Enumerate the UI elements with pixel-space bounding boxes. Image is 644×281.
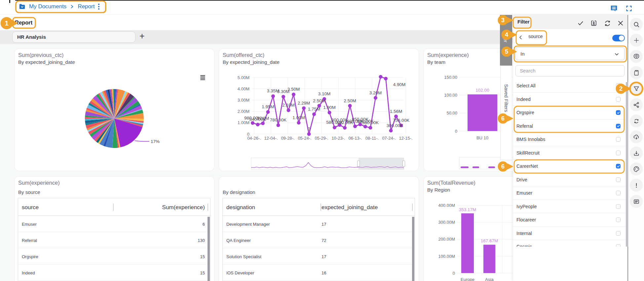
svg-text:4.00M: 4.00M <box>238 86 249 91</box>
svg-text:07-24-.: 07-24-. <box>382 136 396 141</box>
svg-text:2.50M: 2.50M <box>344 98 356 103</box>
svg-text:2.29M: 2.29M <box>298 101 310 106</box>
svg-text:Asia: Asia <box>485 277 494 281</box>
svg-text:12-15-.: 12-15-. <box>399 136 412 141</box>
svg-text:12-04-.: 12-04-. <box>264 136 278 141</box>
svg-text:2.00M: 2.00M <box>238 109 249 114</box>
svg-text:09-28-.: 09-28-. <box>281 136 294 141</box>
svg-text:Europe: Europe <box>461 277 474 281</box>
svg-text:1.00M: 1.00M <box>238 120 249 125</box>
svg-text:0: 0 <box>308 126 310 131</box>
svg-text:102.00: 102.00 <box>475 88 489 93</box>
svg-text:05-29-.: 05-29-. <box>315 136 328 141</box>
svg-text:1.00M: 1.00M <box>292 115 305 120</box>
svg-text:06-13-.: 06-13-. <box>348 136 362 141</box>
svg-text:2.10M: 2.10M <box>282 103 295 108</box>
svg-text:1.75M: 1.75M <box>308 107 321 112</box>
svg-text:05-24-.: 05-24-. <box>298 136 311 141</box>
svg-text:17%: 17% <box>151 139 160 144</box>
svg-text:5.00M: 5.00M <box>238 75 249 80</box>
svg-text:100.00: 100.00 <box>444 93 457 98</box>
svg-text:780.00K: 780.00K <box>270 117 286 122</box>
svg-text:200.00M: 200.00M <box>438 237 455 242</box>
svg-text:4.90M: 4.90M <box>393 82 406 87</box>
svg-text:100.00M: 100.00M <box>438 254 455 259</box>
svg-text:150.00: 150.00 <box>444 75 457 80</box>
svg-text:08-11-.: 08-11-. <box>365 136 379 141</box>
svg-text:3.10M: 3.10M <box>318 91 331 96</box>
svg-text:353.17M: 353.17M <box>459 207 476 212</box>
svg-text:560.00K: 560.00K <box>362 120 379 125</box>
svg-text:1.90M: 1.90M <box>323 105 336 110</box>
svg-text:04-26-.: 04-26-. <box>247 136 261 141</box>
svg-text:1.00M: 1.00M <box>257 116 269 121</box>
svg-text:0: 0 <box>455 129 457 134</box>
svg-text:BU 10: BU 10 <box>476 135 488 140</box>
svg-text:3.50M: 3.50M <box>287 87 300 92</box>
svg-text:3.00M: 3.00M <box>238 98 249 103</box>
svg-text:300.00K: 300.00K <box>387 123 403 128</box>
svg-text:756.00K: 756.00K <box>393 118 409 123</box>
svg-text:10-23-.: 10-23-. <box>331 136 345 141</box>
svg-text:50.00: 50.00 <box>446 111 457 116</box>
svg-text:1.56M: 1.56M <box>390 109 402 114</box>
svg-text:400.00M: 400.00M <box>438 203 455 208</box>
svg-text:0: 0 <box>453 271 455 276</box>
svg-text:2.50M: 2.50M <box>313 98 325 103</box>
svg-text:300.00M: 300.00M <box>438 220 455 225</box>
svg-text:167.67M: 167.67M <box>481 238 498 243</box>
svg-text:3.20M: 3.20M <box>369 90 382 95</box>
svg-text:1.95M: 1.95M <box>262 104 274 109</box>
